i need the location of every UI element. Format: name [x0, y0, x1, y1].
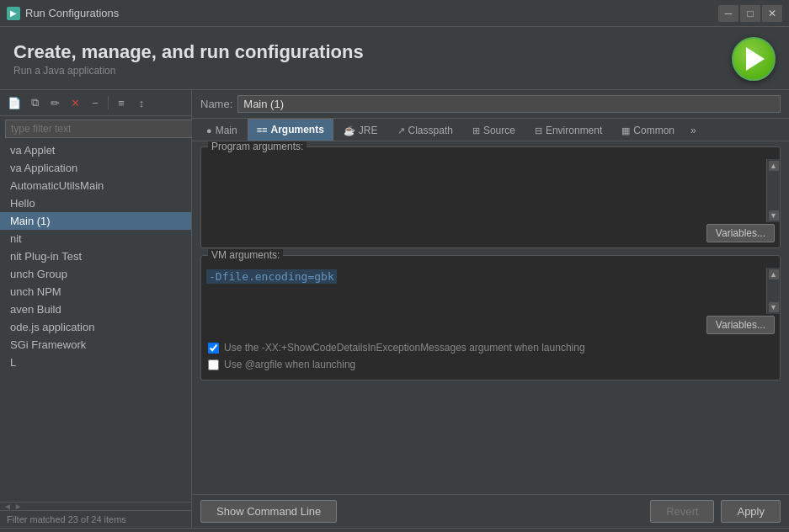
edit-config-button[interactable]: ✏	[45, 93, 64, 112]
window-controls: ─ □ ✕	[718, 5, 782, 22]
program-args-group: Program arguments: ▲ ▼ Variables...	[200, 146, 781, 248]
vm-args-box: VM arguments: -Dfile.encoding=gbk ▲ ▼	[200, 255, 781, 380]
vm-args-content: -Dfile.encoding=gbk	[201, 268, 766, 314]
delete-config-button[interactable]: ✕	[66, 93, 84, 112]
sidebar-hscroll[interactable]: ◄ ►	[0, 502, 191, 510]
list-item[interactable]: L	[0, 354, 191, 371]
list-item[interactable]: nit	[0, 230, 191, 247]
toolbar-separator	[108, 96, 109, 109]
sidebar-scroll-area: va Applet va Application AutomaticUtilsM…	[0, 141, 191, 502]
maximize-button[interactable]: □	[740, 5, 760, 22]
run-configurations-icon	[732, 37, 776, 81]
list-item[interactable]: unch Group	[0, 265, 191, 283]
vm-variables-button[interactable]: Variables...	[706, 316, 775, 334]
tab-source[interactable]: ⊞ Source	[463, 120, 525, 141]
tab-overflow[interactable]: »	[685, 120, 702, 141]
vm-variables-row: Variables...	[201, 314, 780, 339]
run-arrow-icon	[746, 47, 765, 71]
program-args-textarea[interactable]	[201, 159, 766, 222]
tab-common[interactable]: ▦ Common	[612, 120, 684, 141]
tab-main[interactable]: ● Main	[197, 120, 247, 141]
bottom-bar: Show Command Line Revert Apply	[192, 494, 789, 528]
sidebar-list: va Applet va Application AutomaticUtilsM…	[0, 141, 191, 502]
header-subtitle: Run a Java application	[13, 65, 364, 77]
remove-config-button[interactable]: −	[86, 93, 104, 112]
tab-arguments-label: Arguments	[271, 124, 324, 136]
list-item[interactable]: Hello	[0, 194, 191, 212]
name-label: Name:	[200, 98, 232, 110]
list-item[interactable]: unch NPM	[0, 283, 191, 301]
use-argfile-row: Use @argfile when launching	[201, 356, 780, 373]
program-variables-button[interactable]: Variables...	[706, 224, 775, 242]
header-text: Create, manage, and run configurations R…	[13, 41, 364, 77]
list-item-main[interactable]: Main (1)	[0, 212, 191, 230]
window-title: Run Configurations	[25, 7, 718, 19]
list-item[interactable]: AutomaticUtilsMain	[0, 177, 191, 194]
tab-arguments[interactable]: ≡≡ Arguments	[248, 119, 333, 141]
program-args-scrollbar[interactable]: ▲ ▼	[766, 159, 780, 222]
list-item[interactable]: va Applet	[0, 141, 191, 159]
tabs-bar: ● Main ≡≡ Arguments ☕ JRE ↗ Classpath ⊞ …	[192, 119, 789, 141]
list-item[interactable]: aven Build	[0, 301, 191, 318]
search-input[interactable]	[5, 120, 196, 138]
tab-classpath-label: Classpath	[408, 125, 453, 136]
use-argfile-checkbox[interactable]	[208, 359, 219, 370]
program-args-legend: Program arguments:	[208, 141, 307, 152]
sidebar-footer: Filter matched 23 of 24 items	[0, 510, 191, 528]
config-name-input[interactable]	[237, 95, 781, 113]
list-item[interactable]: SGi Framework	[0, 336, 191, 354]
jre-tab-icon: ☕	[344, 125, 355, 136]
window-icon: ▶	[7, 7, 20, 20]
scroll-up-arrow[interactable]: ▲	[769, 161, 779, 171]
vm-args-inner: -Dfile.encoding=gbk ▲ ▼	[201, 268, 780, 314]
tab-jre[interactable]: ☕ JRE	[334, 120, 387, 141]
use-argfile-label: Use @argfile when launching	[224, 359, 355, 370]
vm-args-scrollbar[interactable]: ▲ ▼	[766, 268, 780, 314]
source-tab-icon: ⊞	[472, 125, 480, 136]
program-args-box: Program arguments: ▲ ▼ Variables...	[200, 146, 781, 248]
tab-environment[interactable]: ⊟ Environment	[525, 120, 611, 141]
sidebar: 📄 ⧉ ✏ ✕ − ≡ ↕ va Applet va Application A…	[0, 90, 192, 528]
classpath-tab-icon: ↗	[397, 125, 405, 136]
use-xx-row: Use the -XX:+ShowCodeDetailsInExceptionM…	[201, 339, 780, 356]
list-item[interactable]: ode.js application	[0, 318, 191, 336]
tab-environment-label: Environment	[546, 125, 602, 136]
list-item[interactable]: nit Plug-in Test	[0, 247, 191, 265]
environment-tab-icon: ⊟	[535, 125, 542, 136]
filter-button[interactable]: ≡	[112, 93, 131, 112]
sidebar-toolbar: 📄 ⧉ ✏ ✕ − ≡ ↕	[0, 90, 191, 116]
tab-classpath[interactable]: ↗ Classpath	[388, 120, 462, 141]
header-title: Create, manage, and run configurations	[13, 41, 364, 63]
footer-bar: ? Run Close	[0, 528, 789, 532]
vm-args-legend: VM arguments:	[208, 249, 283, 261]
minimize-button[interactable]: ─	[718, 5, 738, 22]
title-bar: ▶ Run Configurations ─ □ ✕	[0, 0, 789, 27]
new-config-button[interactable]: 📄	[5, 93, 24, 112]
tab-common-label: Common	[633, 125, 674, 136]
duplicate-config-button[interactable]: ⧉	[25, 93, 44, 112]
scroll-down-arrow[interactable]: ▼	[769, 210, 779, 221]
main-container: 📄 ⧉ ✏ ✕ − ≡ ↕ va Applet va Application A…	[0, 90, 789, 528]
program-args-inner: ▲ ▼	[201, 159, 780, 222]
apply-button[interactable]: Apply	[721, 500, 781, 523]
header: Create, manage, and run configurations R…	[0, 27, 789, 90]
main-tab-icon: ●	[206, 125, 212, 136]
config-name-bar: Name:	[192, 90, 789, 119]
tab-jre-label: JRE	[359, 125, 378, 136]
program-variables-row: Variables...	[201, 222, 780, 247]
use-xx-checkbox[interactable]	[208, 343, 219, 354]
vm-scroll-down-arrow[interactable]: ▼	[769, 302, 779, 312]
arguments-section: Program arguments: ▲ ▼ Variables...	[192, 141, 789, 494]
tab-main-label: Main	[216, 125, 237, 136]
revert-button[interactable]: Revert	[650, 500, 714, 523]
list-item[interactable]: va Application	[0, 159, 191, 177]
close-window-button[interactable]: ✕	[762, 5, 782, 22]
show-command-line-button[interactable]: Show Command Line	[200, 500, 337, 523]
content-panel: Name: ● Main ≡≡ Arguments ☕ JRE ↗ Classp…	[192, 90, 789, 528]
vm-args-highlighted: -Dfile.encoding=gbk	[206, 269, 337, 284]
sort-button[interactable]: ↕	[132, 93, 151, 112]
vm-scroll-up-arrow[interactable]: ▲	[769, 269, 779, 279]
common-tab-icon: ▦	[621, 125, 630, 136]
vm-args-group: VM arguments: -Dfile.encoding=gbk ▲ ▼	[200, 255, 781, 380]
use-xx-label: Use the -XX:+ShowCodeDetailsInExceptionM…	[224, 342, 585, 354]
